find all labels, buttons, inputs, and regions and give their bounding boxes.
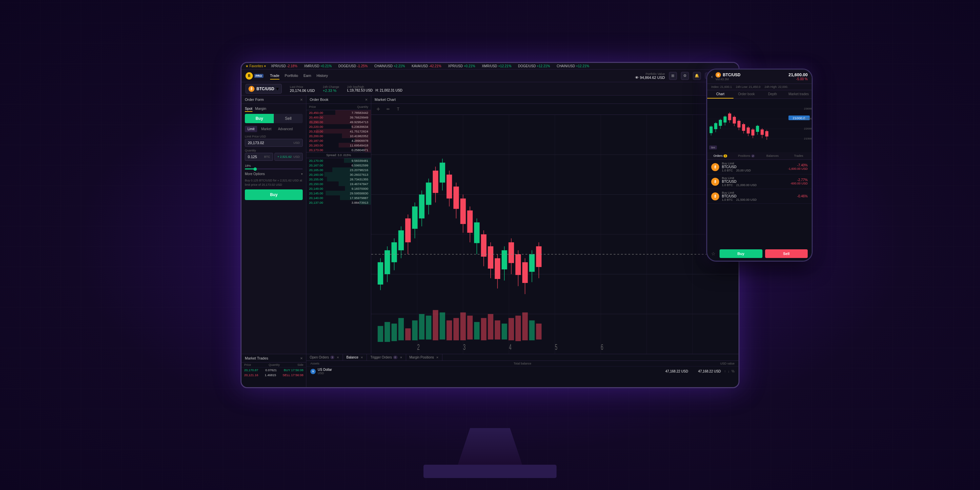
bid-row-1[interactable]: 20,170.00 9.58339481 [306, 158, 371, 163]
draw-tool[interactable]: ✏ [385, 105, 392, 113]
chart-panel: Market Chart ✕ ✛ ✏ T 📊 Indicators [371, 96, 738, 354]
phone-tab-depth[interactable]: Depth [759, 90, 786, 99]
orders-tabs: Open Orders 3 ✕ Balance ✕ Trigger Orders… [306, 354, 738, 361]
portfolio-value: Portfolio Value 👁 94,864.62 USD [635, 72, 665, 80]
bid-row-9[interactable]: 20,140.00 17.95979887 [306, 195, 371, 200]
limit-price-input[interactable]: 20,173.02 USD [245, 139, 303, 147]
phone-favorite-icon[interactable]: ☆ [711, 251, 716, 256]
ask-row-1[interactable]: 20,450.00 7.78583442 [306, 110, 371, 115]
phone-tab-chart[interactable]: Chart [707, 90, 733, 99]
bid-row-7[interactable]: 20,149.00 9.18370000 [306, 186, 371, 191]
market-trades-close[interactable]: ✕ [300, 356, 303, 360]
margin-positions-tab[interactable]: Margin Positions ✕ [406, 354, 443, 361]
trades-table: Price Quantity Side 20,170.87 0.07621 BU… [242, 362, 306, 377]
phone-order-1: ₿ Buy Limit BTC/USD 1.0 BTC 20,00 USD -7… [707, 160, 812, 174]
ask-row-9[interactable]: 20,173.00 0.25804971 [306, 147, 371, 152]
nav-trade[interactable]: Trade [270, 72, 280, 80]
balance-tab[interactable]: Balance ✕ [343, 354, 367, 361]
tab-spot[interactable]: Spot [245, 106, 253, 112]
bid-row-5[interactable]: 20,155.00 28.73431355 [306, 177, 371, 182]
bid-row-2[interactable]: 20,167.00 6.59652599 [306, 163, 371, 168]
limit-order-btn[interactable]: Limit [245, 126, 257, 132]
ask-row-3[interactable]: 20,290.00 49.92954713 [306, 120, 371, 124]
phone-sell-button[interactable]: Sell [765, 249, 808, 258]
ask-row-2[interactable]: 20,400.00 39.76629949 [306, 115, 371, 120]
nav-portfolio[interactable]: Portfolio [285, 72, 298, 80]
ask-row-7[interactable]: 20,187.00 4.28909978 [306, 138, 371, 143]
buy-sell-toggle: Buy Sell [245, 114, 303, 123]
order-form-header: Order Form ✕ [242, 96, 306, 104]
svg-rect-71 [453, 318, 459, 340]
phone-positions-tab[interactable]: Positions 2 [733, 152, 760, 160]
crosshair-tool[interactable]: ✛ [375, 105, 382, 113]
phone-order-1-info: Buy Limit BTC/USD 1.0 BTC 20,00 USD [722, 162, 785, 172]
layout-icon-btn[interactable]: ⊞ [669, 72, 677, 80]
order-form-title: Order Form [245, 97, 264, 102]
order-form-close[interactable]: ✕ [300, 98, 303, 102]
svg-rect-55 [522, 262, 528, 283]
trigger-orders-tab[interactable]: Trigger Orders 0 ✕ [367, 354, 406, 361]
withdraw-icon[interactable]: ↓ [728, 369, 730, 373]
phone-buy-button[interactable]: Buy [719, 249, 762, 258]
bid-row-4[interactable]: 20,160.00 30.26027613 [306, 172, 371, 177]
percent-icon[interactable]: % [732, 369, 735, 373]
svg-rect-15 [385, 250, 390, 274]
pair-selector[interactable]: ₿ BTC/USD ▾ [245, 84, 282, 94]
phone-header: ‹ ₿ BTC/USD Vol:43.3M 21,600.00 -5.00 % [707, 70, 812, 84]
bid-row-8[interactable]: 20,145.00 29.59558830 [306, 191, 371, 195]
open-orders-tab[interactable]: Open Orders 3 ✕ [306, 354, 343, 361]
monitor-container: ★ Favorites ▾ XPR/USD -2.18% XMR/USD +0.… [207, 62, 773, 428]
chart-header: Market Chart ✕ [371, 96, 738, 104]
tab-margin[interactable]: Margin [255, 106, 266, 112]
order-type-selector: Limit Market Advanced [245, 126, 303, 132]
deposit-icon[interactable]: ↑ [724, 369, 726, 373]
total-input[interactable]: + 2,521.62 USD [274, 153, 303, 161]
phone-tab-orderbook[interactable]: Order book [733, 90, 760, 99]
phone-orders-tab[interactable]: Orders 3 [707, 152, 733, 160]
phone-trades-tab[interactable]: Trades [786, 152, 812, 160]
order-book-close[interactable]: ✕ [365, 98, 368, 102]
phone-chart-tabs: Chart Order book Depth Market trades [707, 90, 812, 99]
bid-row-10[interactable]: 20,137.00 3.88473913 [306, 200, 371, 205]
ask-row-6[interactable]: 20,200.00 10.41982052 [306, 134, 371, 138]
quantity-input[interactable]: 0.125 BTC [245, 153, 273, 161]
ticker-item-6: XPR/USD +0.21% [448, 64, 476, 68]
phone-back-btn[interactable]: ‹ [711, 74, 713, 79]
notifications-icon-btn[interactable]: 🔔 [693, 72, 701, 80]
svg-rect-72 [460, 313, 466, 340]
svg-rect-105 [733, 117, 736, 123]
order-book-title: Order Book [310, 97, 328, 102]
advanced-order-btn[interactable]: Advanced [275, 126, 295, 132]
chart-title: Market Chart [375, 97, 396, 102]
phone-balances-tab[interactable]: Balances [759, 152, 786, 160]
sell-button[interactable]: Sell [274, 114, 303, 123]
bid-row-3[interactable]: 20,165.00 23.20798216 [306, 168, 371, 172]
ticker-favorites[interactable]: ★ Favorites ▾ [245, 64, 266, 68]
ask-row-5[interactable]: 20,310.00 41.75172824 [306, 129, 371, 134]
phone-order-1-icon: ₿ [711, 163, 719, 171]
phone-tab-trades[interactable]: Market trades [786, 90, 812, 99]
ask-row-8[interactable]: 20,183.00 11.69549418 [306, 143, 371, 147]
svg-text:21500.0: 21500.0 [804, 137, 812, 140]
more-options-toggle[interactable]: More Options ▾ [245, 172, 303, 176]
svg-text:3: 3 [463, 343, 466, 351]
ask-row-4[interactable]: 20,220.00 5.23639634 [306, 124, 371, 129]
bid-row-6[interactable]: 20,150.00 19.46747847 [306, 182, 371, 186]
buy-button[interactable]: Buy [245, 114, 274, 123]
nav-earn[interactable]: Earn [303, 72, 311, 80]
phone-screen: ‹ ₿ BTC/USD Vol:43.3M 21,600.00 -5.00 % … [707, 70, 812, 261]
svg-rect-101 [724, 117, 727, 123]
spot-margin-tabs: Spot Margin [242, 104, 306, 114]
market-order-btn[interactable]: Market [258, 126, 274, 132]
pair-bar: ₿ BTC/USD ▾ Last Price 20,174.06 USD 24h… [242, 82, 738, 96]
svg-rect-74 [474, 322, 480, 340]
svg-rect-68 [433, 310, 438, 340]
submit-buy-button[interactable]: Buy [245, 189, 303, 200]
ticker-bar: ★ Favorites ▾ XPR/USD -2.18% XMR/USD +0.… [242, 63, 738, 70]
text-tool[interactable]: T [395, 105, 402, 113]
settings-icon-btn[interactable]: ⚙ [681, 72, 689, 80]
phone-order-2-icon: ₿ [711, 178, 719, 186]
nav-history[interactable]: History [317, 72, 328, 80]
trading-area: Order Form ✕ Spot Margin Buy Sell Limit … [242, 96, 738, 354]
quantity-group: Quantity 0.125 BTC + 2,521.62 USD [245, 149, 303, 161]
